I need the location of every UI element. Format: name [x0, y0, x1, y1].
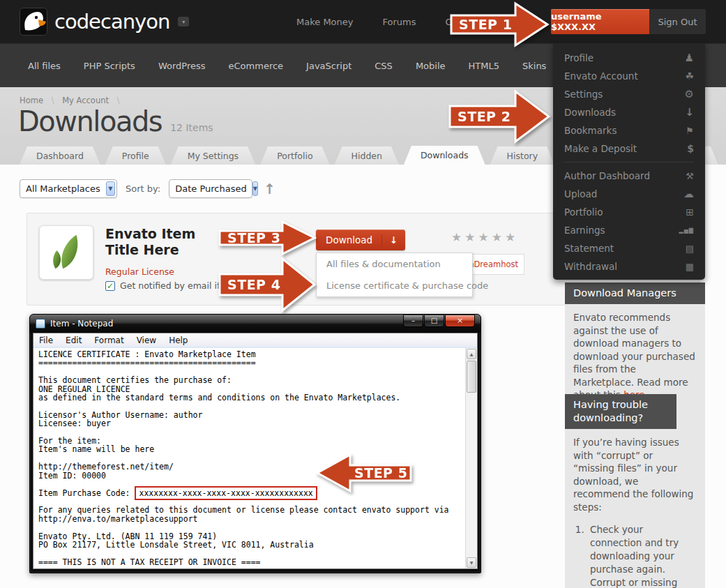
tab-hidden[interactable]: Hidden — [335, 146, 399, 165]
menu-item-statement[interactable]: Statement ▤ — [553, 239, 705, 257]
download-dropdown-menu: All files & documentation License certif… — [316, 252, 473, 297]
download-arrow-icon: ↓ — [381, 234, 405, 246]
breadcrumb-separator: \ — [52, 96, 54, 105]
menu-item-withdrawal[interactable]: Withdrawal ▦ — [553, 257, 705, 276]
notepad-app-icon — [36, 319, 45, 329]
page: codecanyon ▾ Make Money Forums Community… — [0, 0, 726, 588]
notify-checkbox[interactable]: ✓ — [105, 281, 115, 291]
breadcrumb-home[interactable]: Home — [20, 96, 43, 105]
menu-item-bookmarks[interactable]: Bookmarks ⚑ — [553, 121, 705, 140]
item-license-link[interactable]: Regular License — [105, 266, 174, 277]
minimize-button[interactable]: – — [403, 315, 423, 327]
tab-my-settings[interactable]: My Settings — [171, 146, 255, 165]
menu-help[interactable]: Help — [169, 336, 188, 345]
cloud-upload-icon: ☁ — [683, 188, 694, 200]
nav-make-money[interactable]: Make Money — [296, 17, 353, 27]
select-arrow-icon: ▼ — [106, 181, 115, 196]
scroll-down-icon[interactable]: ▼ — [467, 557, 476, 568]
download-button[interactable]: Download ↓ — [316, 229, 405, 250]
cash-icon: ▦ — [686, 262, 694, 272]
step-5-arrow: STEP 5 — [315, 453, 413, 493]
sign-out-button[interactable]: Sign Out — [649, 9, 706, 34]
menu-item-make-a-deposit[interactable]: Make a Deposit $ — [553, 140, 705, 158]
cat-javascript[interactable]: JavaScript — [306, 61, 351, 71]
cat-all-files[interactable]: All files — [28, 61, 61, 71]
gear-icon: ⚙ — [685, 88, 694, 100]
tab-downloads-active[interactable]: Downloads — [404, 146, 485, 165]
notepad-title-bar[interactable]: Item - Notepad – □ × — [30, 315, 481, 333]
option-all-files[interactable]: All files & documentation — [317, 253, 472, 275]
document-icon: ▤ — [686, 243, 694, 254]
menu-file[interactable]: File — [39, 336, 53, 345]
select-arrow-icon: ▼ — [252, 181, 258, 196]
page-title: Downloads — [18, 105, 162, 137]
cat-ecommerce[interactable]: eCommerce — [229, 61, 284, 71]
menu-item-author-dashboard[interactable]: Author Dashboard ⚒ — [553, 167, 705, 185]
rating-stars[interactable]: ★★★★★ — [451, 230, 518, 244]
brand-wordmark: codecanyon — [54, 10, 169, 33]
menu-edit[interactable]: Edit — [66, 336, 82, 345]
notepad-menu-bar: File Edit Format View Help — [33, 333, 477, 348]
notepad-window: Item - Notepad – □ × File Edit Format Vi… — [29, 314, 481, 573]
menu-item-envato-account[interactable]: Envato Account ☘ — [553, 67, 705, 85]
step-4-arrow: STEP 4 — [218, 256, 317, 313]
nav-forums[interactable]: Forums — [382, 17, 416, 27]
cat-css[interactable]: CSS — [375, 61, 393, 71]
menu-item-settings[interactable]: Settings ⚙ — [553, 85, 705, 103]
close-button[interactable]: × — [445, 315, 475, 327]
download-arrow-icon: ↓ — [685, 106, 694, 119]
dollar-icon: $ — [687, 143, 694, 154]
cat-wordpress[interactable]: WordPress — [158, 61, 206, 71]
cat-skins[interactable]: Skins — [522, 61, 546, 71]
menu-item-portfolio[interactable]: Portfolio ⊞ — [553, 203, 705, 221]
purchase-code-highlight: xxxxxxxx-xxxx-xxxx-xxxx-xxxxxxxxxxxx — [135, 486, 317, 500]
window-title: Item - Notepad — [50, 319, 403, 329]
cat-mobile[interactable]: Mobile — [416, 61, 446, 71]
option-license-certificate[interactable]: License certificate & purchase code — [317, 275, 472, 296]
breadcrumb-my-account[interactable]: My Account — [62, 96, 109, 105]
menu-divider — [564, 162, 694, 163]
panel-intro: If you’re having issues with “corrupt” o… — [573, 437, 693, 513]
marketplace-select[interactable]: All Marketplaces ▼ — [20, 179, 117, 198]
breadcrumb: Home \ My Account \ — [20, 96, 126, 105]
menu-item-earnings[interactable]: Earnings ▂▅▇ — [553, 221, 705, 239]
menu-view[interactable]: View — [137, 336, 156, 345]
leaf-icon: ☘ — [685, 70, 694, 82]
cat-html5[interactable]: HTML5 — [469, 61, 499, 71]
item-thumbnail[interactable] — [39, 225, 93, 280]
items-count: 12 Items — [170, 122, 213, 133]
cat-php-scripts[interactable]: PHP Scripts — [84, 61, 135, 71]
panel-title: Having trouble downloading? — [565, 394, 676, 429]
bar-chart-icon: ▂▅▇ — [679, 227, 694, 234]
purchase-code-label: Item Purchase Code: — [38, 488, 135, 498]
menu-item-profile[interactable]: Profile ♟ — [553, 49, 705, 67]
item-title[interactable]: Envato Item Title Here — [105, 226, 220, 258]
panel-text: Envato recommends against the use of dow… — [573, 312, 695, 400]
menu-item-downloads[interactable]: Downloads ↓ — [553, 103, 705, 121]
tab-history[interactable]: History — [490, 146, 554, 165]
menu-format[interactable]: Format — [94, 336, 123, 345]
tab-portfolio[interactable]: Portfolio — [260, 146, 329, 165]
username-balance-button[interactable]: username $XXX.XX — [551, 9, 649, 34]
sort-select[interactable]: Date Purchased ▼ — [169, 179, 252, 198]
step-2-arrow: STEP 2 — [448, 89, 551, 144]
menu-item-upload[interactable]: Upload ☁ — [553, 185, 705, 203]
step-3-arrow: STEP 3 — [218, 220, 317, 256]
person-icon: ♟ — [685, 52, 694, 64]
brand-caret-icon[interactable]: ▾ — [178, 17, 189, 27]
scroll-up-icon[interactable]: ▲ — [467, 349, 476, 359]
tools-icon: ⚒ — [686, 171, 694, 181]
filter-bar: All Marketplaces ▼ Sort by: Date Purchas… — [20, 179, 275, 198]
sort-direction-icon[interactable]: ↑ — [264, 181, 275, 197]
scrollbar-thumb[interactable] — [467, 361, 476, 393]
panel-title: Download Managers — [565, 282, 705, 304]
notepad-scrollbar[interactable]: ▲ ▼ — [465, 348, 477, 568]
site-logo[interactable]: codecanyon ▾ — [20, 8, 189, 36]
tab-dashboard[interactable]: Dashboard — [20, 146, 100, 165]
troubleshooting-step-1: Check your connection and try downloadin… — [587, 523, 697, 588]
briefcase-icon: ⊞ — [686, 206, 694, 218]
dreamhost-link[interactable]: Dreamhost — [474, 259, 518, 269]
maximize-button[interactable]: □ — [424, 315, 444, 327]
envato-leaf-icon — [46, 232, 86, 273]
tab-profile[interactable]: Profile — [105, 146, 166, 165]
